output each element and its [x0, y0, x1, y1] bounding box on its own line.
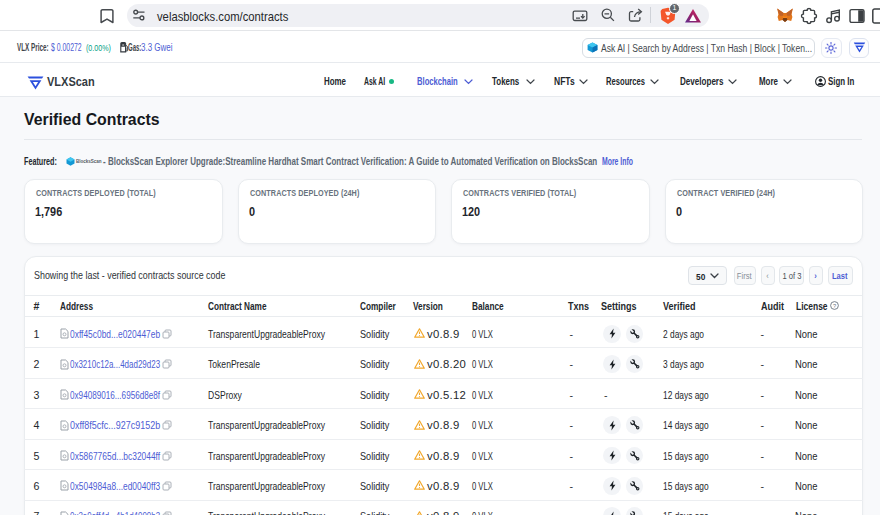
svg-text:?: ?	[833, 303, 836, 309]
